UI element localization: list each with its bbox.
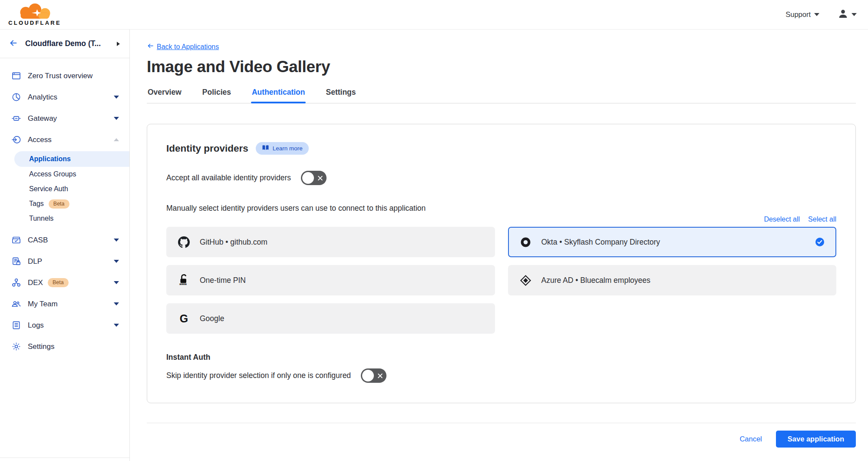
team-icon <box>11 299 21 309</box>
sidebar-nav: Zero Trust overview Analytics Gateway <box>0 58 129 357</box>
instant-auth-label: Skip identity provider selection if only… <box>166 371 351 380</box>
provider-tile-google[interactable]: G Google <box>166 303 495 334</box>
sidebar-item-analytics[interactable]: Analytics <box>0 86 129 108</box>
toggle-knob <box>302 172 314 184</box>
chevron-down-icon <box>114 302 119 305</box>
sidebar-item-my-team[interactable]: My Team <box>0 293 129 315</box>
select-all-link[interactable]: Select all <box>808 216 836 223</box>
back-arrow-icon[interactable] <box>9 38 18 50</box>
topbar: CLOUDFLARE Support <box>0 0 868 30</box>
account-name: Cloudflare Demo (T... <box>25 39 101 48</box>
main-content: Back to Applications Image and Video Gal… <box>130 30 868 461</box>
logs-icon <box>11 320 21 330</box>
selection-links: Deselect all Select all <box>166 216 836 223</box>
beta-badge: Beta <box>48 278 69 287</box>
footer-actions: Cancel Save application <box>147 431 856 448</box>
card-title: Identity providers <box>166 143 248 154</box>
chevron-down-icon <box>814 13 819 16</box>
provider-name: One-time PIN <box>200 276 246 285</box>
access-icon <box>11 135 21 145</box>
provider-tile-one-time-pin[interactable]: **** One-time PIN <box>166 265 495 295</box>
azure-ad-icon <box>520 275 531 286</box>
dex-icon <box>11 278 21 288</box>
provider-tile-okta[interactable]: Okta • Skyflash Company Directory <box>508 227 837 257</box>
tab-authentication[interactable]: Authentication <box>251 88 306 103</box>
provider-name: Okta • Skyflash Company Directory <box>541 238 660 247</box>
sidebar-item-gateway[interactable]: Gateway <box>0 108 129 129</box>
overview-icon <box>11 71 21 81</box>
sidebar-footer-divider <box>0 458 129 461</box>
back-to-applications-link[interactable]: Back to Applications <box>147 43 219 51</box>
chevron-right-icon <box>117 42 120 46</box>
user-avatar-icon <box>838 8 848 21</box>
page-title: Image and Video Gallery <box>147 58 856 76</box>
sidebar-item-logs[interactable]: Logs <box>0 315 129 336</box>
tab-settings[interactable]: Settings <box>325 88 356 103</box>
sidebar-item-dex[interactable]: DEX Beta <box>0 272 129 293</box>
provider-tile-azure-ad[interactable]: Azure AD • Bluecalm employees <box>508 265 837 295</box>
left-arrow-icon <box>147 43 154 51</box>
dlp-icon <box>11 256 21 266</box>
sidebar-item-settings[interactable]: Settings <box>0 336 129 357</box>
identity-providers-card: Identity providers Learn more Accept all… <box>147 124 856 403</box>
chevron-up-icon <box>114 138 119 141</box>
sidebar-item-casb[interactable]: CASB <box>0 229 129 251</box>
sidebar-item-zero-trust-overview[interactable]: Zero Trust overview <box>0 65 129 86</box>
tab-overview[interactable]: Overview <box>147 88 182 103</box>
chevron-down-icon <box>114 239 119 242</box>
toggle-knob <box>362 370 374 381</box>
sidebar: Cloudflare Demo (T... Zero Trust overvie… <box>0 30 130 461</box>
account-switcher[interactable]: Cloudflare Demo (T... <box>0 30 129 58</box>
provider-tile-github[interactable]: GitHub • github.com <box>166 227 495 257</box>
gear-icon <box>11 342 21 352</box>
okta-icon <box>520 236 531 248</box>
cloudflare-logo[interactable]: CLOUDFLARE <box>6 3 63 26</box>
cloudflare-cloud-icon <box>13 3 56 19</box>
user-menu[interactable] <box>838 8 857 21</box>
chevron-down-icon <box>114 260 119 263</box>
cloudflare-wordmark: CLOUDFLARE <box>8 20 61 26</box>
selected-check-icon <box>815 237 825 247</box>
instant-auth-toggle[interactable] <box>361 368 386 383</box>
analytics-icon <box>11 92 21 102</box>
toggle-off-x-icon <box>317 175 323 181</box>
deselect-all-link[interactable]: Deselect all <box>764 216 800 223</box>
provider-name: GitHub • github.com <box>200 238 267 247</box>
one-time-pin-icon: **** <box>178 274 190 287</box>
accept-all-toggle[interactable] <box>301 171 327 185</box>
support-label: Support <box>785 10 811 19</box>
gateway-icon <box>11 113 21 123</box>
chevron-down-icon <box>114 281 119 284</box>
chevron-down-icon <box>114 117 119 120</box>
save-application-button[interactable]: Save application <box>776 431 856 448</box>
toggle-off-x-icon <box>377 373 383 378</box>
accept-all-label: Accept all available identity providers <box>166 173 291 182</box>
access-subnav: Applications Access Groups Service Auth … <box>0 151 129 226</box>
manual-select-label: Manually select identity providers users… <box>166 204 836 213</box>
provider-name: Google <box>200 314 224 323</box>
sidebar-item-tunnels[interactable]: Tunnels <box>0 211 129 226</box>
beta-badge: Beta <box>49 199 69 209</box>
github-icon <box>178 236 190 248</box>
tab-policies[interactable]: Policies <box>201 88 232 103</box>
footer-divider <box>147 423 856 423</box>
google-icon: G <box>178 313 190 324</box>
zero-trust-dashboard: CLOUDFLARE Support Cloudflare Demo (T... <box>0 0 868 461</box>
cancel-button[interactable]: Cancel <box>739 435 762 443</box>
provider-grid: GitHub • github.com Okta • Skyflash Comp… <box>166 227 836 334</box>
chevron-down-icon <box>114 96 119 99</box>
chevron-down-icon <box>851 13 857 16</box>
learn-more-badge[interactable]: Learn more <box>256 142 309 155</box>
sidebar-item-access[interactable]: Access <box>0 129 129 150</box>
svg-text:****: **** <box>179 282 187 287</box>
support-menu[interactable]: Support <box>785 10 819 19</box>
sidebar-item-access-groups[interactable]: Access Groups <box>0 167 129 182</box>
provider-name: Azure AD • Bluecalm employees <box>541 276 650 285</box>
sidebar-item-service-auth[interactable]: Service Auth <box>0 182 129 196</box>
sidebar-item-tags[interactable]: Tags Beta <box>0 196 129 211</box>
casb-icon <box>11 235 21 245</box>
tab-bar: Overview Policies Authentication Setting… <box>147 88 856 103</box>
sidebar-item-applications[interactable]: Applications <box>14 151 129 167</box>
book-icon <box>262 145 269 152</box>
sidebar-item-dlp[interactable]: DLP <box>0 251 129 272</box>
